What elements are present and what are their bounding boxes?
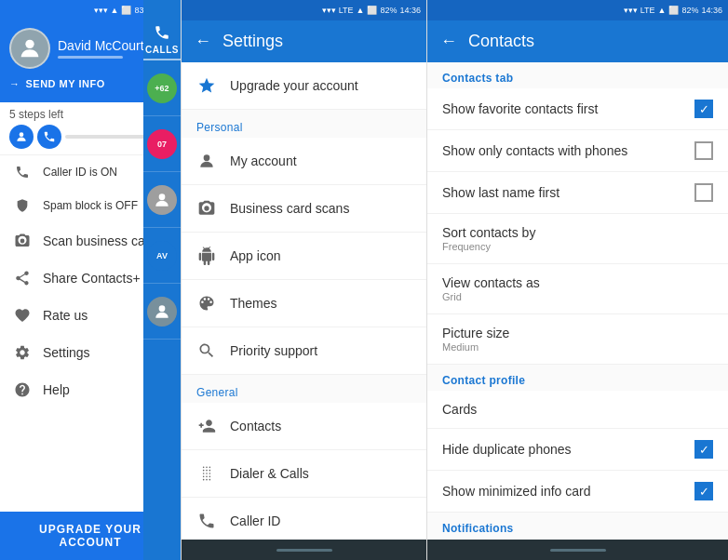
show-mini-label: Show minimized info card <box>442 484 694 499</box>
calls-tab-label: CALLS <box>145 45 179 55</box>
sort-by-label-wrap: Sort contacts by Frequency <box>442 225 535 252</box>
business-card-label: Business card scans <box>230 201 349 216</box>
settings-title: Settings <box>222 32 283 51</box>
cards-row[interactable]: Cards <box>427 391 728 429</box>
caller-id-settings-item[interactable]: Caller ID <box>182 498 426 540</box>
view-as-label-wrap: View contacts as Grid <box>442 275 540 302</box>
contacts-title: Contacts <box>468 32 534 51</box>
settings-toolbar: ← Settings <box>182 20 426 62</box>
call-contact-1[interactable]: +62 <box>143 60 181 116</box>
status-icons-right: ▾▾▾ LTE ▲ ⬜ 82% 14:36 <box>624 6 722 15</box>
show-fav-checkbox[interactable]: ✓ <box>694 100 713 118</box>
spam-block-left: Spam block is OFF <box>13 196 138 215</box>
app-icon-label: App icon <box>230 248 280 263</box>
show-mini-checkbox[interactable]: ✓ <box>694 482 713 500</box>
sort-by-label: Sort contacts by <box>442 225 535 240</box>
star-icon <box>196 75 217 96</box>
contacts-content: Contacts tab Show favorite contacts firs… <box>427 62 728 540</box>
show-phones-row[interactable]: Show only contacts with phones <box>427 130 728 172</box>
help-icon <box>13 380 32 399</box>
settings-content: Upgrade your account Personal My account… <box>182 62 426 540</box>
battery-percent-m: 82% <box>380 6 397 15</box>
svg-point-1 <box>20 132 24 137</box>
back-button[interactable]: ← <box>195 32 211 51</box>
signal-icon-m: ▾▾▾ <box>322 6 336 15</box>
calls-column: CALLS +62 07 AV <box>143 0 181 560</box>
phone-icon <box>13 163 32 181</box>
business-card-item[interactable]: Business card scans <box>182 185 426 233</box>
picture-size-row[interactable]: Picture size Medium <box>427 314 728 365</box>
my-account-item[interactable]: My account <box>182 138 426 185</box>
caller-id-left: Caller ID is ON <box>13 163 117 181</box>
svg-point-4 <box>204 154 210 161</box>
show-fav-row[interactable]: Show favorite contacts first ✓ <box>427 88 728 130</box>
settings-icon <box>13 343 32 362</box>
profile-name: David McCourt <box>58 38 144 53</box>
avatar[interactable] <box>9 28 50 69</box>
my-account-label: My account <box>230 153 297 168</box>
priority-support-item[interactable]: Priority support <box>182 327 426 375</box>
dialer-calls-label: Dialer & Calls <box>230 466 309 481</box>
sort-by-sub: Frequency <box>442 241 535 252</box>
battery-icon: ⬜ <box>121 6 131 15</box>
sort-by-row[interactable]: Sort contacts by Frequency <box>427 214 728 264</box>
call-contact-3[interactable] <box>143 172 181 228</box>
caller-id-settings-label: Caller ID <box>230 513 280 528</box>
themes-item[interactable]: Themes <box>182 280 426 327</box>
call-contact-2[interactable]: 07 <box>143 116 181 172</box>
show-mini-row[interactable]: Show minimized info card ✓ <box>427 471 728 513</box>
upgrade-label: Upgrade your account <box>230 78 358 93</box>
call-contact-4[interactable]: AV <box>143 228 181 284</box>
show-last-row[interactable]: Show last name first <box>427 172 728 214</box>
app-icon-item[interactable]: App icon <box>182 233 426 280</box>
palette-icon <box>196 293 217 313</box>
contacts-label: Contacts <box>230 419 281 433</box>
status-bar-right: ▾▾▾ LTE ▲ ⬜ 82% 14:36 <box>427 0 728 20</box>
contacts-item[interactable]: Contacts <box>182 403 426 450</box>
call-contact-5[interactable] <box>143 284 181 340</box>
hide-dup-checkbox[interactable]: ✓ <box>694 440 713 459</box>
show-last-label-wrap: Show last name first <box>442 185 559 200</box>
lte-icon-r: LTE <box>640 6 655 15</box>
wrench-icon <box>196 340 217 361</box>
picture-size-label-wrap: Picture size Medium <box>442 326 509 353</box>
settings-label: Settings <box>43 345 90 360</box>
show-last-checkbox[interactable] <box>694 183 713 202</box>
call-avatar-1: +62 <box>147 73 177 103</box>
priority-support-label: Priority support <box>230 343 317 358</box>
spam-block-label: Spam block is OFF <box>43 199 138 212</box>
show-last-label: Show last name first <box>442 185 559 200</box>
wifi-icon: ▲ <box>111 6 119 15</box>
upgrade-item[interactable]: Upgrade your account <box>182 62 426 110</box>
home-indicator-right <box>550 549 606 552</box>
status-bar-middle: ▾▾▾ LTE ▲ ⬜ 82% 14:36 <box>182 0 426 20</box>
contacts-back-button[interactable]: ← <box>440 32 457 51</box>
themes-label: Themes <box>230 296 277 311</box>
step-phone-icon <box>37 125 61 149</box>
scan-card-label: Scan business card <box>43 233 156 248</box>
battery-icon-m: ⬜ <box>367 6 377 15</box>
picture-size-label: Picture size <box>442 326 509 340</box>
hide-dup-row[interactable]: Hide duplicate phones ✓ <box>427 429 728 471</box>
signal-icon: ▾▾▾ <box>94 6 108 15</box>
left-panel: ▾▾▾ ▲ ⬜ 83% 14:36 David McCourt <box>0 0 181 560</box>
svg-point-3 <box>159 305 166 312</box>
lte-icon-m: LTE <box>339 6 354 15</box>
show-fav-label: Show favorite contacts first <box>442 101 598 116</box>
bottom-bar-middle <box>182 540 426 560</box>
show-phones-label: Show only contacts with phones <box>442 143 627 158</box>
view-as-row[interactable]: View contacts as Grid <box>427 264 728 314</box>
show-phones-checkbox[interactable] <box>694 141 713 160</box>
call-avatar-3 <box>147 185 177 215</box>
dialer-calls-item[interactable]: Dialer & Calls <box>182 450 426 498</box>
profile-subtitle-bar <box>58 56 123 59</box>
calls-tab[interactable]: CALLS <box>143 20 181 60</box>
bottom-bar-right <box>427 540 728 560</box>
battery-percent-r: 82% <box>681 6 698 15</box>
svg-point-2 <box>159 193 166 200</box>
contact-profile-section-header: Contact profile <box>427 365 728 391</box>
arrow-right-icon: → <box>9 78 20 89</box>
wifi-icon-r: ▲ <box>658 6 667 15</box>
time-right: 14:36 <box>701 6 722 15</box>
business-camera-icon <box>196 198 217 219</box>
